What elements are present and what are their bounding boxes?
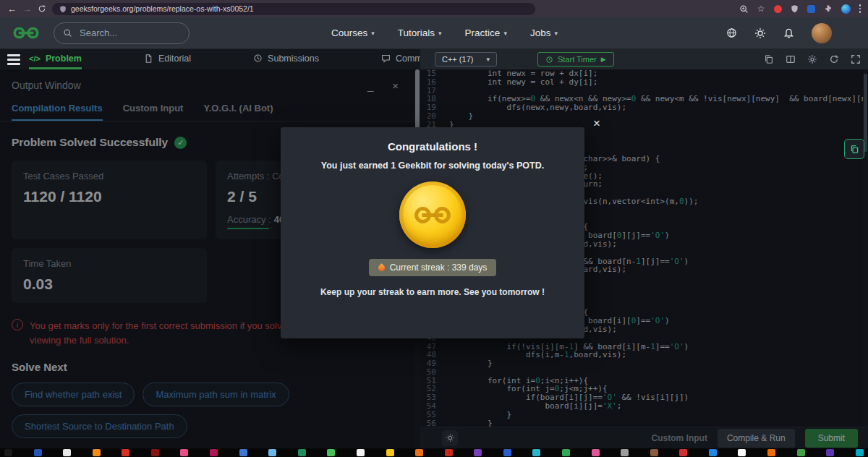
browser-toolbar: ← → geeksforgeeks.org/problems/replace-o… [0,0,868,17]
tab-editorial[interactable]: Editorial [144,49,191,69]
taskbar-icon[interactable] [268,449,276,456]
user-avatar[interactable] [812,23,832,43]
nav-courses[interactable]: Courses▾ [331,27,375,38]
taskbar-icon[interactable] [93,449,101,456]
taskbar-icon[interactable] [474,449,482,456]
screen: ← → geeksforgeeks.org/problems/replace-o… [0,0,868,457]
bookmark-star-icon[interactable]: ☆ [757,4,765,13]
copy-icon [850,145,859,154]
taskbar-icon[interactable] [826,449,834,456]
taskbar-icon[interactable] [709,449,717,456]
taskbar-icon[interactable] [415,449,423,456]
taskbar-icon[interactable] [562,449,570,456]
chevron-down-icon: ▾ [438,30,442,37]
taskbar-icon[interactable] [650,449,658,456]
problem-tabs: </> Problem Editorial Submissions Commen… [29,49,439,69]
taskbar-icon[interactable] [122,449,129,456]
taskbar-icon[interactable] [239,449,247,456]
taskbar-icon[interactable] [738,449,746,456]
taskbar-icon[interactable] [63,449,71,456]
nav-jobs[interactable]: Jobs▾ [530,27,558,38]
taskbar-icon[interactable] [4,449,12,456]
extension-icon-blue[interactable] [807,5,815,13]
timer-icon [545,56,553,64]
editor-header-icons [764,54,861,64]
congratulations-modal: × Congratulations ! You just earned 1 Ge… [281,127,584,338]
comment-icon [381,54,391,63]
site-header: Courses▾ Tutorials▾ Practice▾ Jobs▾ [0,17,868,49]
taskbar-icon[interactable] [357,449,365,456]
header-icons [726,23,832,43]
url-text: geeksforgeeks.org/problems/replace-os-wi… [71,4,254,13]
gfg-logo[interactable] [12,26,41,40]
language-select[interactable]: C++ (17) ▾ [435,52,497,67]
taskbar-icon[interactable] [298,449,306,456]
back-icon[interactable]: ← [7,4,17,14]
streak-badge: Current streak : 339 days [369,259,497,276]
browser-menu-icon[interactable] [859,4,861,13]
chevron-down-icon: ▾ [503,30,507,37]
fullscreen-icon[interactable] [851,54,861,64]
modal-close-icon[interactable]: × [593,117,600,129]
taskbar-icon[interactable] [327,449,335,456]
taskbar-icon[interactable] [34,449,42,456]
reset-code-icon[interactable] [829,54,839,64]
taskbar-icon[interactable] [767,449,775,456]
menu-icon[interactable] [7,54,20,65]
geekbit-coin [399,181,466,248]
profile-sphere-icon[interactable] [841,4,851,14]
play-icon: ▶ [601,56,606,63]
nav-practice[interactable]: Practice▾ [465,27,507,38]
extension-icon-red[interactable] [774,5,782,13]
taskbar-icon[interactable] [151,449,159,456]
taskbar-icon[interactable] [856,449,864,456]
taskbar [0,448,868,457]
taskbar-icon[interactable] [210,449,218,456]
code-icon: </> [29,54,41,63]
shield-icon [59,5,67,13]
puzzle-extensions-icon[interactable] [824,4,833,13]
tab-problem[interactable]: </> Problem [29,49,82,69]
tab-submissions[interactable]: Submissions [253,49,319,69]
lock-extension-icon[interactable] [791,4,799,13]
chevron-down-icon: ▾ [554,30,558,37]
nav-tutorials[interactable]: Tutorials▾ [398,27,442,38]
taskbar-icon[interactable] [386,449,394,456]
modal-message: You just earned 1 Geekbit for solving to… [281,161,584,171]
search-input[interactable] [78,27,175,39]
taskbar-icon[interactable] [679,449,687,456]
copy-icon[interactable] [764,54,774,64]
start-timer-button[interactable]: Start Timer ▶ [537,52,614,67]
chevron-down-icon: ▾ [486,56,490,63]
taskbar-icon[interactable] [592,449,600,456]
taskbar-icon[interactable] [797,449,805,456]
taskbar-icon[interactable] [621,449,629,456]
taskbar-icon[interactable] [180,449,188,456]
chevron-down-icon: ▾ [371,30,375,37]
taskbar-icon[interactable] [503,449,511,456]
settings-gear-icon[interactable] [807,54,817,64]
taskbar-icon[interactable] [532,449,540,456]
notifications-bell-icon[interactable] [783,27,794,39]
site-search[interactable] [54,22,190,44]
translate-icon[interactable] [726,27,737,38]
copy-code-widget[interactable] [844,139,864,159]
editor-header: C++ (17) ▾ Start Timer ▶ [420,49,868,69]
url-bar[interactable]: geeksforgeeks.org/problems/replace-os-wi… [52,3,535,15]
browser-actions: ☆ [739,4,861,14]
fire-icon [377,263,386,273]
streak-text: Current streak : 339 days [390,262,488,273]
document-icon [144,54,153,64]
modal-footer-text: Keep up your streak to earn more. See yo… [281,287,584,297]
history-icon [253,54,263,63]
reload-icon[interactable] [38,4,46,13]
main-nav: Courses▾ Tutorials▾ Practice▾ Jobs▾ [331,27,558,38]
forward-icon[interactable]: → [22,4,32,14]
layout-columns-icon[interactable] [786,54,796,64]
theme-sun-icon[interactable] [754,27,766,39]
modal-title: Congratulations ! [281,140,584,153]
search-icon [63,28,72,38]
taskbar-icon[interactable] [445,449,453,456]
zoom-icon[interactable] [739,4,749,14]
